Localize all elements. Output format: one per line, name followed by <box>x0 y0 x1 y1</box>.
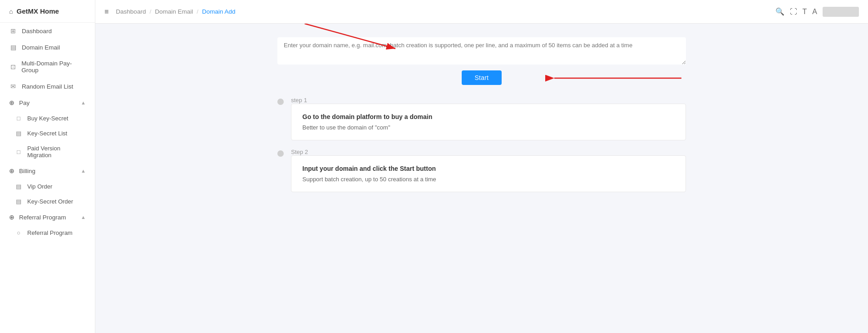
sidebar-logo[interactable]: ⌂ GetMX Home <box>0 0 95 23</box>
sidebar-item-paid-version-migration[interactable]: □ Paid Version Migration <box>0 141 95 163</box>
step-1-card: Go to the domain platform to buy a domai… <box>291 104 686 140</box>
steps-container: step 1 Go to the domain platform to buy … <box>277 96 686 192</box>
step-2-dot <box>277 150 284 157</box>
step-1-desc: Better to use the domain of "com" <box>302 124 675 131</box>
sidebar-item-label: Multi-Domain Pay-Group <box>21 60 86 74</box>
topbar-left: ≡ Dashboard / Domain Email / Domain Add <box>104 8 236 16</box>
chevron-up-icon-referral: ▲ <box>81 214 86 220</box>
sidebar-item-key-secret-order[interactable]: ▤ Key-Secret Order <box>0 194 95 209</box>
step-2-card: Input your domain and click the Start bu… <box>291 155 686 192</box>
sidebar-item-label: Key-Secret Order <box>27 198 73 205</box>
sidebar-group-referral[interactable]: ⊕ Referral Program ▲ <box>0 209 95 225</box>
dashboard-icon: ⊞ <box>9 27 17 35</box>
topbar-right: 🔍 ⛶ T A <box>775 7 859 17</box>
key-secret-list-icon: ▤ <box>15 130 23 137</box>
sidebar-group-pay[interactable]: ⊕ Pay ▲ <box>0 94 95 111</box>
sidebar-item-domain-email[interactable]: ▤ Domain Email <box>0 39 95 55</box>
sidebar-group-pay-label: Pay <box>19 99 30 106</box>
breadcrumb-domain-email[interactable]: Domain Email <box>155 8 193 15</box>
font-size-icon[interactable]: T <box>803 8 807 16</box>
breadcrumb-sep-2: / <box>197 8 198 15</box>
sidebar-item-label: Key-Secret List <box>27 130 67 137</box>
user-avatar[interactable] <box>823 7 859 17</box>
breadcrumb-dashboard[interactable]: Dashboard <box>116 8 146 15</box>
sidebar-item-label: Referral Program <box>27 229 73 236</box>
step-1-row: step 1 Go to the domain platform to buy … <box>277 96 686 140</box>
step-2-row: Step 2 Input your domain and click the S… <box>277 148 686 192</box>
paid-migration-icon: □ <box>15 149 23 155</box>
buy-key-icon: □ <box>15 115 23 122</box>
start-button[interactable]: Start <box>462 70 501 85</box>
search-icon[interactable]: 🔍 <box>775 7 784 16</box>
arrow-to-start <box>541 71 686 94</box>
sidebar-item-label: Domain Email <box>22 44 60 51</box>
breadcrumb-sep-1: / <box>149 8 151 15</box>
chevron-up-icon: ▲ <box>81 100 86 105</box>
sidebar-item-label: Dashboard <box>22 28 52 35</box>
topbar: ≡ Dashboard / Domain Email / Domain Add … <box>95 0 868 24</box>
sidebar-item-label: Buy Key-Secret <box>27 115 68 122</box>
sidebar-item-random-email[interactable]: ✉ Random Email List <box>0 78 95 94</box>
chevron-up-icon-billing: ▲ <box>81 168 86 174</box>
step-1-dot <box>277 99 284 105</box>
breadcrumb-domain-add[interactable]: Domain Add <box>202 8 236 15</box>
sidebar-item-multi-domain[interactable]: ⊡ Multi-Domain Pay-Group <box>0 55 95 78</box>
sidebar: ⌂ GetMX Home ⊞ Dashboard ▤ Domain Email … <box>0 0 95 333</box>
referral-program-icon: ○ <box>15 229 23 236</box>
domain-input[interactable] <box>277 37 686 65</box>
sidebar-item-dashboard[interactable]: ⊞ Dashboard <box>0 23 95 39</box>
fullscreen-icon[interactable]: ⛶ <box>790 8 797 16</box>
billing-icon: ⊕ <box>9 167 15 174</box>
key-secret-order-icon: ▤ <box>15 198 23 205</box>
sidebar-item-referral-program[interactable]: ○ Referral Program <box>0 225 95 240</box>
sidebar-logo-label: GetMX Home <box>16 7 59 15</box>
referral-icon: ⊕ <box>9 214 15 221</box>
step-2-label: Step 2 <box>291 149 686 155</box>
vip-order-icon: ▤ <box>15 183 23 190</box>
domain-email-icon: ▤ <box>9 44 17 51</box>
pay-icon: ⊕ <box>9 99 15 106</box>
step-2-title: Input your domain and click the Start bu… <box>302 165 675 172</box>
sidebar-item-vip-order[interactable]: ▤ Vip Order <box>0 179 95 194</box>
multi-domain-icon: ⊡ <box>9 63 17 70</box>
sidebar-item-label: Vip Order <box>27 183 52 190</box>
step-1-label: step 1 <box>291 97 686 104</box>
random-email-icon: ✉ <box>9 83 17 90</box>
sidebar-group-billing-label: Billing <box>19 168 35 174</box>
sidebar-group-referral-label: Referral Program <box>19 214 66 221</box>
content-area: Start step 1 Go to the domain platform t… <box>95 24 868 333</box>
sidebar-item-label: Paid Version Migration <box>27 145 86 159</box>
sidebar-item-label: Random Email List <box>22 83 73 90</box>
menu-toggle-icon[interactable]: ≡ <box>104 8 108 16</box>
start-button-area: Start <box>277 70 686 85</box>
translate-icon[interactable]: A <box>812 8 817 16</box>
sidebar-item-key-secret-list[interactable]: ▤ Key-Secret List <box>0 126 95 141</box>
sidebar-item-buy-key-secret[interactable]: □ Buy Key-Secret <box>0 111 95 126</box>
home-icon: ⌂ <box>9 8 13 15</box>
step-1-title: Go to the domain platform to buy a domai… <box>302 113 675 120</box>
sidebar-group-billing[interactable]: ⊕ Billing ▲ <box>0 163 95 179</box>
step-2-desc: Support batch creation, up to 50 creatio… <box>302 176 675 183</box>
main-area: ≡ Dashboard / Domain Email / Domain Add … <box>95 0 868 333</box>
